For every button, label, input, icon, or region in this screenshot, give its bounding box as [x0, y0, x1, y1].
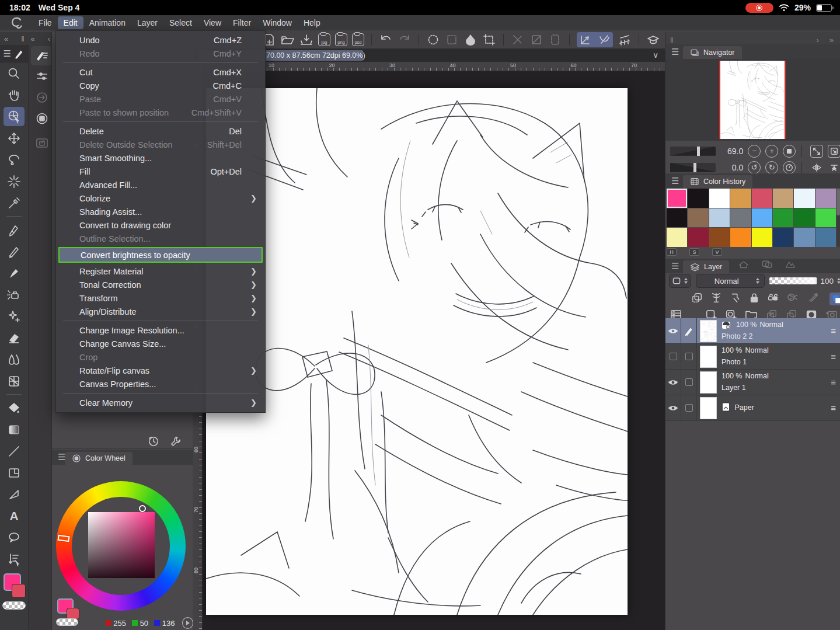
- dock-canvas-button[interactable]: [31, 134, 53, 153]
- history-swatch[interactable]: [730, 208, 751, 228]
- layer-row-menu-icon[interactable]: ≡: [831, 351, 836, 361]
- menu-item-transform[interactable]: Transform❯: [56, 291, 265, 305]
- menu-layer[interactable]: Layer: [131, 16, 163, 29]
- layer-menu-icon[interactable]: ☰: [671, 262, 679, 270]
- collapse-right-icon[interactable]: »: [829, 36, 834, 44]
- fit-to-navigator-button[interactable]: [828, 145, 840, 158]
- history-swatch[interactable]: [773, 228, 793, 247]
- layer-thumbnail[interactable]: [700, 320, 717, 342]
- saturation-sort-button[interactable]: S: [689, 248, 699, 256]
- tone-area-button[interactable]: [529, 33, 543, 47]
- zoom-in-button[interactable]: +: [765, 145, 778, 158]
- tool-zoom[interactable]: [4, 64, 25, 83]
- history-swatch[interactable]: [667, 208, 687, 228]
- visibility-toggle[interactable]: [665, 395, 681, 420]
- history-swatch[interactable]: [709, 208, 730, 228]
- reset-timer-icon[interactable]: [148, 436, 159, 447]
- layer-thumbnail[interactable]: [700, 397, 717, 419]
- editing-target-icon[interactable]: [681, 318, 697, 343]
- layer-row-paper[interactable]: Paper ≡: [665, 395, 840, 421]
- layer-property-tab[interactable]: [738, 260, 749, 271]
- value-sort-button[interactable]: V: [712, 248, 722, 256]
- export-jpg-button[interactable]: jpg: [318, 33, 330, 46]
- menu-item-clear-memory[interactable]: Clear Memory❯: [56, 396, 265, 409]
- dock-color-wheel-button[interactable]: [31, 109, 53, 128]
- snap-to-ruler-button[interactable]: [578, 33, 592, 47]
- zoom-slider[interactable]: [670, 147, 716, 156]
- layer-row-menu-icon[interactable]: ≡: [831, 377, 836, 387]
- menu-item-change-canvas-size[interactable]: Change Canvas Size...: [56, 337, 265, 350]
- undo-button[interactable]: [379, 33, 393, 47]
- menu-item-undo[interactable]: UndoCmd+Z: [56, 33, 265, 47]
- menu-item-shading-assist[interactable]: Shading Assist...: [56, 205, 265, 218]
- expand-right-icon[interactable]: ›: [816, 36, 818, 44]
- history-swatch[interactable]: [794, 208, 814, 228]
- canvas-list-chevron-down-icon[interactable]: ∨: [653, 50, 658, 60]
- animation-cels-tab[interactable]: [762, 260, 772, 271]
- rotate-slider[interactable]: [670, 163, 716, 172]
- enable-ruler-button[interactable]: [808, 292, 822, 306]
- invert-selection-button[interactable]: [463, 33, 477, 47]
- history-swatch[interactable]: [773, 189, 793, 208]
- tool-operation[interactable]: [4, 107, 25, 126]
- history-swatch[interactable]: [688, 189, 708, 208]
- visibility-toggle[interactable]: [665, 344, 681, 369]
- material-button[interactable]: [646, 33, 660, 47]
- rotate-left-button[interactable]: ↺: [748, 161, 761, 174]
- history-swatch[interactable]: [752, 189, 772, 208]
- layer-row-photo-2-2[interactable]: 100 % Normal Photo 2 2 ≡: [665, 318, 840, 344]
- history-swatch[interactable]: [730, 228, 751, 247]
- palette-color-combo[interactable]: [669, 274, 691, 288]
- tool-line[interactable]: [4, 441, 25, 461]
- line-correct-button[interactable]: [511, 33, 525, 47]
- history-swatch[interactable]: [688, 228, 708, 247]
- tool-hand[interactable]: [4, 85, 25, 105]
- history-swatch[interactable]: [667, 189, 687, 208]
- visibility-toggle[interactable]: [665, 318, 681, 343]
- layer-row-layer-1[interactable]: 100 % Normal Layer 1 ≡: [665, 370, 840, 395]
- menu-item-colorize[interactable]: Colorize❯: [56, 192, 265, 205]
- tool-text[interactable]: A: [4, 506, 25, 525]
- history-swatch[interactable]: [752, 228, 772, 247]
- enable-mask-button[interactable]: [786, 292, 800, 306]
- saturation-value-square[interactable]: [88, 512, 155, 578]
- tool-balloon[interactable]: [4, 528, 25, 547]
- navigator-menu-icon[interactable]: ☰: [671, 47, 679, 56]
- deselect-button[interactable]: [426, 33, 440, 47]
- color-wheel-menu-icon[interactable]: ☰: [58, 453, 65, 461]
- menu-select[interactable]: Select: [163, 16, 198, 29]
- wrench-icon[interactable]: [170, 436, 182, 447]
- sub-color-swatch[interactable]: [12, 584, 26, 598]
- reselect-button[interactable]: [445, 33, 459, 47]
- collapse-single-icon[interactable]: ‹: [48, 34, 50, 43]
- editing-target-checkbox[interactable]: [681, 370, 697, 395]
- selection-area-button[interactable]: [829, 293, 840, 305]
- history-swatch[interactable]: [773, 208, 793, 228]
- canvas-document[interactable]: [206, 88, 628, 615]
- clip-to-layer-below-button[interactable]: [691, 292, 703, 306]
- menu-item-copy[interactable]: CopyCmd+C: [56, 79, 265, 92]
- tool-stream-line[interactable]: [4, 549, 25, 569]
- tool-fill[interactable]: [4, 398, 25, 417]
- history-swatch[interactable]: [752, 208, 772, 228]
- menu-edit[interactable]: Edit: [58, 16, 83, 29]
- navigator-tab[interactable]: Navigator: [683, 46, 742, 59]
- layer-row-photo-1[interactable]: 100 % Normal Photo 1 ≡: [665, 344, 840, 370]
- menu-item-cut[interactable]: CutCmd+X: [56, 65, 265, 79]
- menu-item-canvas-properties[interactable]: Canvas Properties...: [56, 377, 265, 391]
- tool-magic-wand[interactable]: [4, 172, 25, 191]
- tool-pen[interactable]: [4, 220, 25, 239]
- menu-item-fill[interactable]: FillOpt+Del: [56, 165, 265, 178]
- flip-horizontal-button[interactable]: [810, 161, 823, 174]
- export-psd-button[interactable]: psd: [352, 33, 364, 46]
- visibility-toggle[interactable]: [665, 370, 681, 395]
- history-swatch[interactable]: [709, 228, 730, 247]
- sv-cursor[interactable]: [139, 505, 146, 512]
- history-swatch[interactable]: [815, 189, 836, 208]
- tool-blend[interactable]: [4, 350, 25, 369]
- color-history-scrollbar[interactable]: [836, 189, 840, 247]
- history-swatch[interactable]: [709, 189, 730, 208]
- menu-item-rotate-flip-canvas[interactable]: Rotate/Flip canvas❯: [56, 364, 265, 377]
- reset-view-button[interactable]: [828, 161, 840, 174]
- layer-template-tab[interactable]: [785, 260, 796, 271]
